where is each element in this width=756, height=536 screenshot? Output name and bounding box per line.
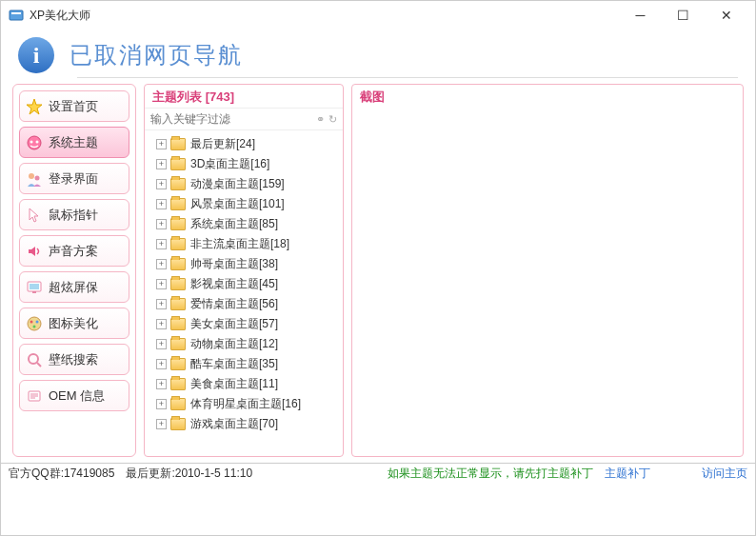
folder-icon [170,358,186,370]
tree-item[interactable]: +美女桌面主题[57] [149,314,339,334]
expand-icon[interactable]: + [156,299,167,309]
expand-icon[interactable]: + [156,279,167,289]
system-theme-icon [26,134,43,151]
sidebar-item-screensaver[interactable]: 超炫屏保 [19,271,129,303]
folder-icon [170,218,186,230]
expand-icon[interactable]: + [156,359,167,369]
tree-item-label: 体育明星桌面主题[16] [190,396,301,412]
tree-item-label: 动漫桌面主题[159] [190,176,285,192]
home-icon [26,98,43,115]
tree-item-label: 爱情桌面主题[56] [190,296,278,312]
sound-icon [26,243,43,260]
tree-item-label: 帅哥桌面主题[38] [190,256,278,272]
folder-icon [170,398,186,410]
sidebar-item-oem[interactable]: OEM 信息 [19,380,129,411]
sidebar-item-system-theme[interactable]: 系统主题 [19,127,129,158]
tree-item-label: 游戏桌面主题[70] [190,416,278,432]
folder-icon [170,138,186,150]
sidebar-item-label: 声音方案 [49,243,98,260]
sidebar-item-label: 设置首页 [49,98,98,115]
sidebar-item-sound[interactable]: 声音方案 [19,235,129,267]
tree-item[interactable]: +帅哥桌面主题[38] [149,254,339,274]
svg-rect-9 [30,284,39,289]
folder-icon [170,198,186,210]
tree-item[interactable]: +动物桌面主题[12] [149,334,339,354]
tree-item[interactable]: +酷车桌面主题[35] [149,354,339,374]
tree-item[interactable]: +爱情桌面主题[56] [149,294,339,314]
expand-icon[interactable]: + [156,419,167,429]
folder-icon [170,238,186,250]
sidebar-item-wallpaper[interactable]: 壁纸搜索 [19,344,129,375]
theme-list-title: 主题列表 [743] [145,85,343,108]
titlebar: XP美化大师 ─ ☐ ✕ [1,1,755,30]
maximize-button[interactable]: ☐ [662,1,705,30]
sidebar-item-label: 鼠标指针 [49,207,98,224]
svg-rect-1 [11,12,21,14]
svg-line-16 [37,363,41,367]
sidebar-item-home[interactable]: 设置首页 [19,90,129,122]
svg-rect-0 [10,10,23,20]
expand-icon[interactable]: + [156,139,167,149]
expand-icon[interactable]: + [156,179,167,189]
sidebar-item-label: 图标美化 [49,315,98,332]
expand-icon[interactable]: + [156,239,167,249]
tree-item[interactable]: +非主流桌面主题[18] [149,234,339,254]
patch-link[interactable]: 主题补丁 [605,466,650,482]
oem-icon [26,387,43,405]
svg-point-14 [33,325,36,328]
expand-icon[interactable]: + [156,219,167,229]
homepage-link[interactable]: 访问主页 [702,466,747,482]
folder-icon [170,178,186,190]
tree-item[interactable]: +3D桌面主题[16] [149,154,339,174]
expand-icon[interactable]: + [156,399,167,409]
screenshot-body [352,108,743,456]
tree-item-label: 非主流桌面主题[18] [190,236,289,252]
filter-input[interactable] [145,112,316,126]
tree-item[interactable]: +游戏桌面主题[70] [149,414,339,434]
folder-icon [170,318,186,330]
expand-icon[interactable]: + [156,159,167,169]
status-qq: 官方QQ群:17419085 [9,466,114,482]
login-screen-icon [26,170,43,188]
icon-icon [26,315,43,332]
svg-point-5 [36,140,39,143]
screensaver-icon [26,279,43,296]
folder-icon [170,278,186,290]
cursor-icon [26,207,43,224]
sidebar-item-label: 超炫屏保 [49,279,98,296]
sidebar-item-login-screen[interactable]: 登录界面 [19,163,129,194]
folder-icon [170,298,186,310]
folder-icon [170,418,186,430]
expand-icon[interactable]: + [156,199,167,209]
status-update: 最后更新:2010-1-5 11:10 [126,466,252,482]
expand-icon[interactable]: + [156,339,167,349]
tree-item[interactable]: +美食桌面主题[11] [149,374,339,394]
refresh-icon[interactable]: ↻ [328,113,337,126]
tree-item-label: 酷车桌面主题[35] [190,356,278,372]
tree-item[interactable]: +系统桌面主题[85] [149,214,339,234]
close-button[interactable]: ✕ [705,1,747,30]
status-warning: 如果主题无法正常显示，请先打主题补丁 [388,466,593,482]
theme-list-panel: 主题列表 [743] ⚭ ↻ +最后更新[24]+3D桌面主题[16]+动漫桌面… [144,84,344,457]
header-divider [77,77,738,78]
link-icon[interactable]: ⚭ [316,113,325,126]
sidebar-item-icon[interactable]: 图标美化 [19,308,129,339]
sidebar-item-label: OEM 信息 [49,387,105,405]
sidebar: 设置首页系统主题登录界面鼠标指针声音方案超炫屏保图标美化壁纸搜索OEM 信息 [12,84,136,457]
minimize-button[interactable]: ─ [619,1,662,30]
screenshot-panel: 截图 [351,84,744,457]
expand-icon[interactable]: + [156,319,167,329]
folder-icon [170,338,186,350]
expand-icon[interactable]: + [156,379,167,389]
expand-icon[interactable]: + [156,259,167,269]
tree-item[interactable]: +动漫桌面主题[159] [149,174,339,194]
banner-text: 已取消网页导航 [70,40,243,70]
tree-item[interactable]: +体育明星桌面主题[16] [149,394,339,414]
sidebar-item-cursor[interactable]: 鼠标指针 [19,199,129,230]
wallpaper-icon [26,351,43,368]
statusbar: 官方QQ群:17419085 最后更新:2010-1-5 11:10 如果主题无… [1,463,755,484]
tree-item[interactable]: +影视桌面主题[45] [149,274,339,294]
svg-rect-10 [32,291,36,293]
tree-item[interactable]: +最后更新[24] [149,134,339,154]
tree-item[interactable]: +风景桌面主题[101] [149,194,339,214]
